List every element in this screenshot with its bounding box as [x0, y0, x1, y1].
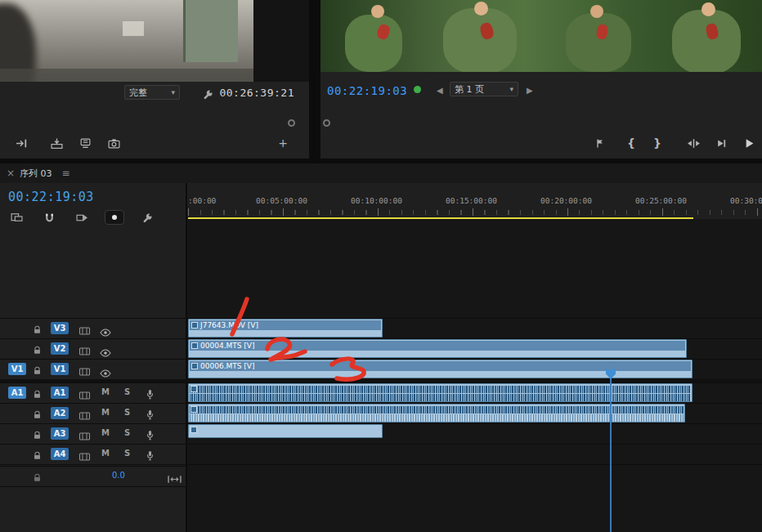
lock-icon[interactable] [33, 364, 42, 379]
source-patch-badge-a1[interactable]: A1 [8, 387, 26, 399]
program-zoom-scrollbar-handle[interactable] [323, 119, 330, 127]
sync-lock-icon[interactable] [78, 409, 91, 424]
insert-icon[interactable] [11, 134, 31, 152]
source-monitor-panel: 完整 ▾ 00:26:39:21 + [0, 0, 309, 159]
lock-icon[interactable] [33, 471, 42, 486]
timeline-ruler[interactable]: :00:00 00:05:00:00 00:10:00:00 00:15:00:… [187, 183, 762, 219]
video-board-detail [183, 0, 238, 62]
snap-magnet-icon[interactable] [39, 208, 59, 226]
video-figure [566, 13, 631, 72]
nest-toggle-icon[interactable] [7, 208, 26, 226]
track-target-badge-v3[interactable]: V3 [51, 322, 69, 334]
export-settings-icon[interactable] [75, 134, 95, 152]
panel-menu-icon[interactable]: ≡ [62, 168, 70, 179]
timeline-timecode[interactable]: 00:22:19:03 [8, 190, 94, 204]
sync-lock-icon[interactable] [78, 429, 91, 445]
play-icon[interactable] [739, 134, 759, 152]
track-target-badge-a1[interactable]: A1 [51, 387, 69, 399]
next-page-icon[interactable]: ▶ [527, 86, 533, 95]
linked-selection-icon[interactable] [72, 208, 92, 226]
solo-button[interactable]: S [124, 428, 130, 437]
video-figure [672, 10, 741, 72]
sync-lock-icon[interactable] [78, 388, 91, 404]
source-zoom-scrollbar-handle[interactable] [288, 119, 295, 127]
add-button-icon[interactable]: + [273, 134, 293, 152]
toggle-track-output-eye-icon[interactable] [100, 365, 111, 381]
ruler-label: 00:15:00:00 [446, 196, 497, 205]
track-height-value[interactable]: 0.0 [112, 471, 125, 480]
solo-button[interactable]: S [124, 449, 130, 458]
fx-badge-icon [190, 427, 197, 433]
source-video-frame [0, 0, 253, 82]
mark-in-icon[interactable]: { [621, 134, 641, 152]
voiceover-mic-icon[interactable] [146, 428, 155, 444]
mute-button[interactable]: M [101, 449, 110, 458]
timeline-tab-title[interactable]: 序列 03 [20, 168, 52, 180]
clip-v3[interactable]: J77643.MOV [V] [188, 319, 383, 338]
sync-lock-icon[interactable] [78, 324, 91, 339]
overwrite-icon[interactable] [47, 134, 66, 152]
source-video-preview[interactable] [0, 0, 309, 82]
voiceover-mic-icon[interactable] [146, 387, 155, 403]
ruler-major-tick [473, 208, 473, 216]
source-patch-badge-v1[interactable]: V1 [8, 363, 26, 375]
add-marker-flag-icon[interactable] [590, 134, 610, 152]
clip-a1-audio[interactable] [188, 383, 693, 402]
step-back-icon[interactable] [711, 134, 731, 152]
lock-icon[interactable] [33, 323, 42, 338]
track-target-badge-v1[interactable]: V1 [51, 363, 69, 375]
previous-page-icon[interactable]: ◀ [437, 86, 443, 95]
record-status-dot [414, 86, 421, 93]
page-dropdown[interactable]: 第 1 页 ▾ [450, 82, 518, 96]
video-figure [345, 15, 402, 72]
sync-lock-icon[interactable] [78, 449, 91, 465]
clip-v1[interactable]: 00006.MTS [V] [188, 360, 693, 378]
clip-v2[interactable]: 00004.MTS [V] [188, 339, 687, 358]
mute-button[interactable]: M [101, 408, 110, 417]
track-target-badge-v2[interactable]: V2 [51, 342, 69, 355]
fit-to-window-icon[interactable] [168, 472, 182, 487]
voiceover-mic-icon[interactable] [146, 449, 155, 464]
program-video-preview[interactable] [320, 0, 762, 72]
lock-icon[interactable] [33, 343, 42, 359]
clip-a3-audio[interactable] [188, 424, 383, 438]
page-dropdown-label: 第 1 页 [455, 83, 484, 96]
lock-icon[interactable] [33, 408, 42, 423]
go-to-in-icon[interactable] [684, 134, 703, 152]
mute-button[interactable]: M [101, 428, 110, 437]
lock-icon[interactable] [33, 449, 42, 464]
lock-icon[interactable] [33, 428, 42, 444]
solo-button[interactable]: S [124, 387, 130, 396]
mark-out-icon[interactable]: } [648, 134, 667, 152]
timeline-bottom-controls: 0.0 [0, 466, 186, 487]
playhead-line[interactable] [610, 373, 612, 532]
sync-lock-icon[interactable] [78, 344, 91, 360]
track-target-badge-a3[interactable]: A3 [51, 427, 69, 440]
source-settings-wrench-icon[interactable] [198, 85, 217, 103]
voiceover-mic-icon[interactable] [146, 408, 155, 423]
track-header-v3: V3 [0, 318, 186, 338]
sync-lock-icon[interactable] [78, 364, 91, 380]
timeline-settings-wrench-icon[interactable] [137, 208, 157, 226]
source-zoom-label: 完整 [129, 87, 147, 99]
track-target-badge-a2[interactable]: A2 [51, 407, 69, 419]
add-marker-button[interactable] [105, 210, 124, 225]
video-face [701, 2, 715, 16]
ruler-label: 00:20:00:00 [540, 196, 592, 205]
lock-icon[interactable] [33, 387, 42, 403]
ruler-major-tick [188, 208, 189, 216]
source-controls-row: 完整 ▾ 00:26:39:21 [0, 82, 309, 103]
export-frame-camera-icon[interactable] [104, 134, 123, 152]
clip-name: J77643.MOV [V] [200, 321, 258, 329]
source-zoom-dropdown[interactable]: 完整 ▾ [124, 85, 180, 100]
track-header-a4: A4 M S [0, 444, 186, 464]
clip-name: 00004.MTS [V] [200, 342, 255, 350]
mute-button[interactable]: M [101, 387, 110, 396]
track-header-v1: V1 V1 [0, 359, 186, 379]
close-tab-icon[interactable]: × [7, 168, 15, 179]
video-paper-detail [123, 21, 144, 36]
track-target-badge-a4[interactable]: A4 [51, 448, 69, 460]
program-controls-row: 00:22:19:03 ◀ 第 1 页 ▾ ▶ [320, 78, 762, 100]
video-face [590, 5, 603, 18]
solo-button[interactable]: S [124, 408, 130, 417]
